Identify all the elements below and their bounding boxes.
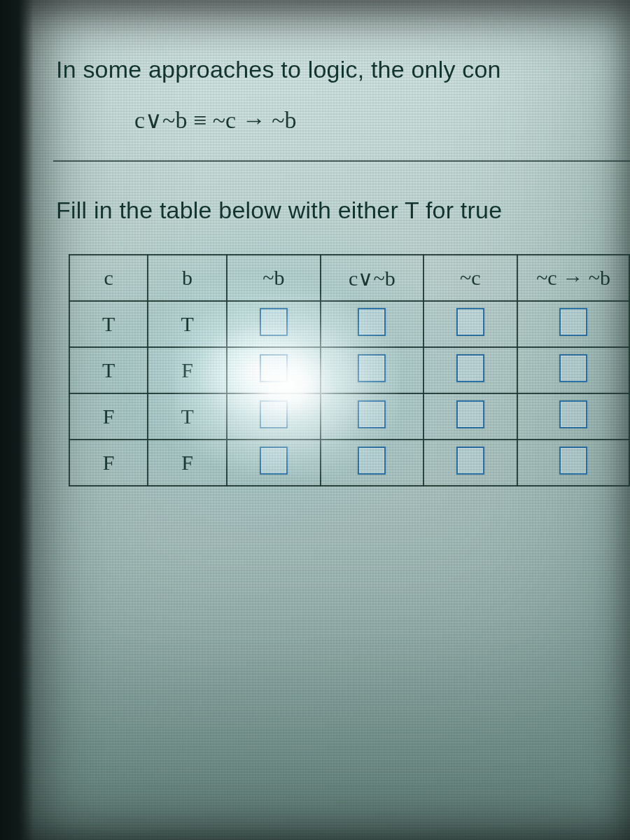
cell-input (321, 440, 424, 486)
question-content: In some approaches to logic, the only co… (0, 0, 630, 486)
table-header-row: c b ~b c∨~b ~c ~c → ~b (69, 255, 629, 301)
answer-input[interactable] (456, 400, 484, 428)
cell-input (424, 393, 517, 440)
table-row: T T (69, 301, 629, 347)
answer-input[interactable] (358, 447, 386, 475)
cell-input (517, 347, 629, 393)
cell-b: F (148, 347, 226, 393)
cell-b: T (148, 393, 226, 440)
cell-c: F (69, 393, 148, 440)
answer-input[interactable] (559, 400, 587, 428)
screen-photo: In some approaches to logic, the only co… (0, 0, 630, 840)
col-header-notc-imp-notb: ~c → ~b (517, 255, 629, 301)
answer-input[interactable] (559, 354, 587, 382)
table-row: F F (69, 440, 629, 486)
answer-input[interactable] (456, 354, 484, 382)
answer-input[interactable] (260, 447, 288, 475)
cell-input (424, 440, 517, 486)
cell-input (321, 301, 424, 347)
instruction-text: Fill in the table below with either T fo… (56, 195, 630, 225)
answer-input[interactable] (456, 308, 484, 336)
col-header-c-or-notb: c∨~b (321, 255, 424, 301)
answer-input[interactable] (260, 354, 288, 382)
col-header-not-b: ~b (227, 255, 321, 301)
cell-input (321, 347, 424, 393)
truth-table: c b ~b c∨~b ~c ~c → ~b T T (69, 254, 630, 486)
cell-input (517, 440, 629, 486)
col-header-b: b (148, 255, 226, 301)
col-header-c: c (69, 255, 148, 301)
cell-input (227, 440, 321, 486)
col-header-not-c: ~c (424, 255, 517, 301)
cell-input (517, 393, 629, 440)
answer-input[interactable] (358, 308, 386, 336)
divider (53, 160, 630, 162)
cell-input (321, 393, 424, 440)
answer-input[interactable] (559, 308, 587, 336)
answer-input[interactable] (559, 447, 587, 475)
table-row: T F (69, 347, 629, 393)
table-row: F T (69, 393, 629, 440)
cell-input (517, 301, 629, 347)
answer-input[interactable] (358, 354, 386, 382)
answer-input[interactable] (456, 447, 484, 475)
answer-input[interactable] (358, 400, 386, 428)
cell-input (424, 347, 517, 393)
logical-expression: c∨~b ≡ ~c → ~b (134, 106, 630, 134)
answer-input[interactable] (260, 400, 288, 428)
cell-input (227, 301, 321, 347)
cell-b: T (148, 301, 226, 347)
answer-input[interactable] (260, 308, 288, 336)
cell-c: T (69, 347, 148, 393)
intro-text: In some approaches to logic, the only co… (56, 55, 630, 85)
cell-c: F (69, 440, 148, 486)
cell-input (227, 393, 321, 440)
cell-input (227, 347, 321, 393)
cell-input (424, 301, 517, 347)
cell-c: T (69, 301, 148, 347)
cell-b: F (148, 440, 226, 486)
